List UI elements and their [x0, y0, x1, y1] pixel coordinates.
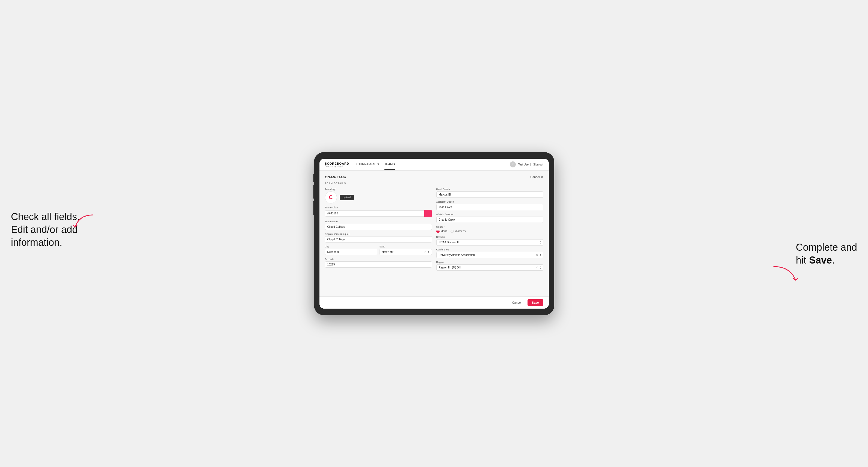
side-button	[313, 201, 314, 215]
gender-womens-option[interactable]: Womens	[451, 230, 466, 233]
assistant-coach-field: Assistant Coach	[436, 200, 544, 210]
app-logo: SCOREBOARD	[325, 162, 349, 165]
display-name-label: Display name (unique)	[325, 233, 432, 236]
form-grid: Team logo C Upload Team colour	[325, 188, 544, 271]
side-button	[313, 174, 314, 182]
region-select-wrapper: ✕ ▲ ▼	[436, 264, 544, 271]
annotation-line1: Check all fields.	[11, 211, 80, 222]
page-title: Create Team	[325, 175, 346, 179]
nav-tournaments[interactable]: TOURNAMENTS	[356, 159, 379, 169]
conference-input[interactable]	[436, 252, 544, 258]
cancel-button[interactable]: Cancel	[509, 299, 525, 306]
annotation-line3: information.	[11, 237, 62, 248]
team-colour-input[interactable]	[325, 210, 424, 217]
athletic-director-field: Athletic Director	[436, 213, 544, 223]
zip-field: Zip code	[325, 258, 432, 268]
state-field: State ✕ ▲ ▼	[379, 245, 432, 255]
form-left: Team logo C Upload Team colour	[325, 188, 432, 271]
city-state-field: City State ✕ ▲	[325, 245, 432, 255]
team-logo-label: Team logo	[325, 188, 432, 191]
head-coach-input[interactable]	[436, 191, 544, 198]
region-input[interactable]	[436, 264, 544, 271]
gender-label: Gender	[436, 225, 544, 228]
annotation-right-line2: hit Save.	[796, 254, 835, 266]
state-select-wrapper: ✕ ▲ ▼	[379, 249, 432, 255]
head-coach-label: Head Coach	[436, 188, 544, 191]
annotation-right-line1: Complete and	[796, 242, 857, 253]
conference-field: Conference ✕ ▲ ▼	[436, 248, 544, 258]
logo-area: SCOREBOARD Powered by clippd	[325, 162, 349, 167]
tablet-screen: SCOREBOARD Powered by clippd TOURNAMENTS…	[319, 159, 549, 309]
conference-label: Conference	[436, 248, 544, 251]
display-name-field: Display name (unique)	[325, 233, 432, 243]
team-logo-field: Team logo C Upload	[325, 188, 432, 204]
city-label: City	[325, 245, 377, 248]
arrow-left-icon	[71, 212, 98, 234]
logo-letter: C	[329, 194, 333, 200]
user-avatar: T	[510, 161, 516, 167]
team-colour-field: Team colour	[325, 206, 432, 217]
city-field: City	[325, 245, 377, 255]
tablet-frame: SCOREBOARD Powered by clippd TOURNAMENTS…	[314, 152, 554, 315]
region-field: Region ✕ ▲ ▼	[436, 261, 544, 271]
nav-links: TOURNAMENTS TEAMS	[356, 159, 510, 169]
cancel-top-label: Cancel	[530, 175, 539, 179]
annotation-left: Check all fields. Edit and/or add inform…	[11, 211, 80, 249]
gender-mens-label: Mens	[441, 230, 447, 233]
division-label: Division	[436, 236, 544, 239]
nav-right: T Test User | Sign out	[510, 161, 543, 167]
assistant-coach-label: Assistant Coach	[436, 200, 544, 203]
team-name-input[interactable]	[325, 224, 432, 230]
annotation-right: Complete and hit Save.	[796, 241, 857, 267]
side-button	[313, 185, 314, 198]
gender-options: Mens Womens	[436, 230, 544, 233]
team-colour-label: Team colour	[325, 206, 432, 209]
zip-label: Zip code	[325, 258, 432, 260]
gender-mens-option[interactable]: Mens	[436, 230, 447, 233]
display-name-input[interactable]	[325, 236, 432, 243]
annotation-line2: Edit and/or add	[11, 224, 78, 235]
athletic-director-label: Athletic Director	[436, 213, 544, 216]
section-label: TEAM DETAILS	[325, 182, 544, 185]
logo-circle: C	[325, 191, 337, 204]
gender-womens-radio[interactable]	[451, 230, 454, 233]
division-input[interactable]	[436, 239, 544, 246]
conference-clear-icon[interactable]: ✕	[536, 253, 538, 256]
gender-womens-label: Womens	[455, 230, 466, 233]
zip-input[interactable]	[325, 261, 432, 268]
cancel-top-link[interactable]: Cancel ✕	[530, 175, 543, 179]
logo-subtitle: Powered by clippd	[325, 165, 349, 167]
upload-button[interactable]: Upload	[340, 195, 354, 200]
sign-out-link[interactable]: Sign out	[533, 163, 544, 166]
division-select-wrapper: ▲ ▼	[436, 239, 544, 246]
form-right: Head Coach Assistant Coach Athletic Dire…	[436, 188, 544, 271]
close-icon: ✕	[541, 175, 544, 179]
top-nav: SCOREBOARD Powered by clippd TOURNAMENTS…	[319, 159, 549, 171]
conference-select-wrapper: ✕ ▲ ▼	[436, 252, 544, 258]
athletic-director-input[interactable]	[436, 217, 544, 223]
gender-mens-radio[interactable]	[436, 230, 440, 233]
save-button[interactable]: Save	[528, 299, 544, 306]
region-clear-icon[interactable]: ✕	[536, 266, 538, 269]
state-label: State	[379, 245, 432, 248]
city-state-row: City State ✕ ▲	[325, 245, 432, 255]
division-field: Division ▲ ▼	[436, 236, 544, 246]
form-footer: Cancel Save	[319, 296, 549, 309]
head-coach-field: Head Coach	[436, 188, 544, 198]
team-name-label: Team name	[325, 220, 432, 223]
nav-teams[interactable]: TEAMS	[384, 159, 395, 169]
color-swatch[interactable]	[424, 210, 432, 217]
user-label: Test User |	[518, 163, 531, 166]
assistant-coach-input[interactable]	[436, 204, 544, 210]
page-content: Create Team Cancel ✕ TEAM DETAILS Team l…	[319, 171, 549, 296]
city-input[interactable]	[325, 249, 377, 255]
team-name-field: Team name	[325, 220, 432, 230]
color-field-wrapper	[325, 210, 432, 217]
region-label: Region	[436, 261, 544, 263]
state-clear-icon[interactable]: ✕	[424, 250, 427, 253]
page-header: Create Team Cancel ✕	[325, 175, 544, 179]
gender-field: Gender Mens Womens	[436, 225, 544, 233]
logo-upload-area: C Upload	[325, 191, 432, 204]
